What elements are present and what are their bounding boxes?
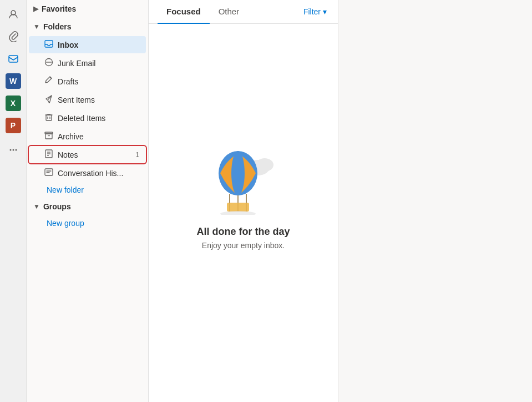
svg-point-3 <box>12 149 14 151</box>
svg-rect-5 <box>45 41 53 47</box>
favorites-label: Favorites <box>42 4 76 13</box>
groups-chevron-icon: ▼ <box>33 203 40 210</box>
folder-item-notes[interactable]: Notes 1 <box>29 146 146 163</box>
tab-focused[interactable]: Focused <box>158 0 210 24</box>
balloon-illustration <box>210 143 277 215</box>
folders-section-header[interactable]: ▼ Folders <box>27 18 148 36</box>
junk-label: Junk Email <box>58 59 139 68</box>
word-app-icon[interactable]: W <box>3 71 23 91</box>
excel-logo: X <box>6 96 21 111</box>
notes-badge: 1 <box>135 151 139 159</box>
tab-other[interactable]: Other <box>210 0 249 24</box>
deleted-icon <box>44 113 53 123</box>
groups-section-header[interactable]: ▼ Groups <box>27 198 148 215</box>
deleted-label: Deleted Items <box>58 114 139 123</box>
folder-item-conversation[interactable]: Conversation His... <box>29 164 146 182</box>
app-icons-column: W X P <box>0 0 27 402</box>
conversation-icon <box>44 168 53 178</box>
inbox-icon <box>44 39 53 50</box>
folder-item-drafts[interactable]: Drafts <box>29 73 146 90</box>
folders-chevron-icon: ▼ <box>33 23 40 31</box>
excel-app-icon[interactable]: X <box>3 93 23 113</box>
svg-rect-14 <box>45 134 52 139</box>
new-folder-link[interactable]: New folder <box>27 182 148 198</box>
svg-point-24 <box>231 151 245 195</box>
folder-item-deleted[interactable]: Deleted Items <box>29 109 146 127</box>
svg-point-4 <box>15 149 17 151</box>
empty-state-subtitle: Enjoy your empty inbox. <box>202 241 285 250</box>
people-icon[interactable] <box>3 4 23 24</box>
folders-label: Folders <box>43 22 72 31</box>
reading-panel <box>338 0 532 402</box>
svg-point-2 <box>9 149 11 151</box>
folder-item-archive[interactable]: Archive <box>29 128 146 145</box>
inbox-label: Inbox <box>58 41 139 49</box>
svg-rect-20 <box>45 169 53 175</box>
favorites-section-header[interactable]: ▶ Favorites <box>27 0 148 18</box>
ppt-logo: P <box>6 118 21 133</box>
tab-bar: Focused Other Filter ▾ <box>149 0 338 24</box>
folder-item-inbox[interactable]: Inbox <box>29 36 146 53</box>
filter-label: Filter <box>303 7 321 16</box>
empty-state: All done for the day Enjoy your empty in… <box>149 24 338 402</box>
main-content: Focused Other Filter ▾ <box>149 0 338 402</box>
sidebar: ▶ Favorites ▼ Folders Inbox Junk Email <box>27 0 149 402</box>
empty-state-title: All done for the day <box>196 226 290 238</box>
drafts-label: Drafts <box>58 77 139 86</box>
notes-icon <box>44 149 53 160</box>
svg-rect-9 <box>46 115 52 120</box>
drafts-icon <box>44 76 53 87</box>
svg-rect-1 <box>9 56 18 62</box>
svg-point-32 <box>220 211 256 215</box>
folder-item-junk[interactable]: Junk Email <box>29 54 146 72</box>
paperclip-icon[interactable] <box>3 27 23 47</box>
mail-icon[interactable] <box>3 49 23 69</box>
svg-point-22 <box>256 158 273 172</box>
filter-chevron-icon: ▾ <box>323 7 327 16</box>
sent-label: Sent Items <box>58 96 139 104</box>
sent-icon <box>44 94 53 105</box>
ppt-app-icon[interactable]: P <box>3 115 23 135</box>
word-logo: W <box>6 73 21 89</box>
new-group-link[interactable]: New group <box>27 215 148 231</box>
more-apps-icon[interactable] <box>3 140 23 160</box>
filter-button[interactable]: Filter ▾ <box>301 3 329 21</box>
groups-label: Groups <box>43 202 71 211</box>
favorites-chevron-icon: ▶ <box>33 5 38 13</box>
archive-icon <box>44 131 53 142</box>
notes-label: Notes <box>58 150 131 159</box>
junk-icon <box>44 58 53 68</box>
conversation-label: Conversation His... <box>58 169 139 178</box>
folder-item-sent[interactable]: Sent Items <box>29 91 146 108</box>
archive-label: Archive <box>58 132 139 141</box>
